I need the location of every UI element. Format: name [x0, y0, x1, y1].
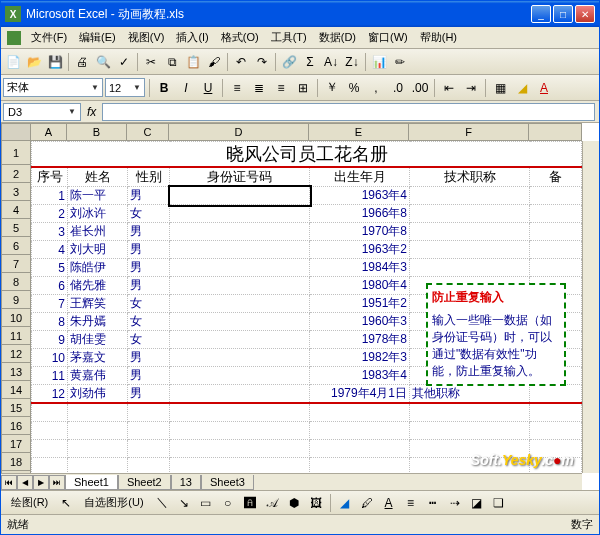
- row-header[interactable]: 16: [1, 417, 31, 435]
- fx-icon[interactable]: fx: [87, 105, 96, 119]
- cell[interactable]: 3: [32, 223, 68, 241]
- cell[interactable]: [32, 403, 68, 421]
- undo-icon[interactable]: ↶: [231, 52, 251, 72]
- print-icon[interactable]: 🖨: [72, 52, 92, 72]
- row-header[interactable]: 9: [1, 291, 31, 309]
- cell[interactable]: 11: [32, 367, 68, 385]
- menu-data[interactable]: 数据(D): [313, 28, 362, 47]
- row-header[interactable]: 1: [1, 141, 31, 165]
- menu-view[interactable]: 视图(V): [122, 28, 171, 47]
- cell[interactable]: 刘劲伟: [68, 385, 128, 404]
- fill-color-icon[interactable]: ◢: [512, 78, 532, 98]
- menu-file[interactable]: 文件(F): [25, 28, 73, 47]
- cell[interactable]: [68, 403, 128, 421]
- sheet-tab[interactable]: Sheet3: [201, 475, 254, 490]
- cell[interactable]: [530, 385, 582, 404]
- cell[interactable]: [530, 223, 582, 241]
- spell-icon[interactable]: ✓: [114, 52, 134, 72]
- cell[interactable]: [530, 259, 582, 277]
- cell[interactable]: 男: [128, 187, 170, 205]
- fillcolor2-icon[interactable]: ◢: [335, 493, 355, 513]
- menu-help[interactable]: 帮助(H): [414, 28, 463, 47]
- row-header[interactable]: 3: [1, 183, 31, 201]
- col-header[interactable]: B: [67, 123, 127, 141]
- align-center-icon[interactable]: ≣: [249, 78, 269, 98]
- sort-desc-icon[interactable]: Z↓: [342, 52, 362, 72]
- cell[interactable]: [170, 331, 310, 349]
- cell[interactable]: 1960年3: [310, 313, 410, 331]
- cell[interactable]: 陈皓伊: [68, 259, 128, 277]
- sort-asc-icon[interactable]: A↓: [321, 52, 341, 72]
- vertical-scrollbar[interactable]: [582, 141, 599, 473]
- 3d-icon[interactable]: ❏: [489, 493, 509, 513]
- row-header[interactable]: 2: [1, 165, 31, 183]
- minimize-button[interactable]: _: [531, 5, 551, 23]
- cell[interactable]: 6: [32, 277, 68, 295]
- cell[interactable]: 5: [32, 259, 68, 277]
- cell[interactable]: [68, 457, 128, 473]
- shadow-icon[interactable]: ◪: [467, 493, 487, 513]
- cell[interactable]: [170, 403, 310, 421]
- cell[interactable]: 身份证号码: [170, 167, 310, 187]
- cell[interactable]: [310, 421, 410, 439]
- cell[interactable]: 序号: [32, 167, 68, 187]
- cell[interactable]: [32, 421, 68, 439]
- row-header[interactable]: 7: [1, 255, 31, 273]
- percent-icon[interactable]: %: [344, 78, 364, 98]
- formula-input[interactable]: [102, 103, 595, 121]
- merge-icon[interactable]: ⊞: [293, 78, 313, 98]
- cell[interactable]: [530, 421, 582, 439]
- cell[interactable]: 1966年8: [310, 205, 410, 223]
- tab-first-icon[interactable]: ⏮: [1, 475, 17, 490]
- col-header[interactable]: D: [169, 123, 309, 141]
- cell[interactable]: [410, 205, 530, 223]
- cut-icon[interactable]: ✂: [141, 52, 161, 72]
- cell[interactable]: [530, 205, 582, 223]
- autoshape-menu[interactable]: 自选图形(U): [78, 493, 149, 512]
- dashstyle-icon[interactable]: ┅: [423, 493, 443, 513]
- wordart-icon[interactable]: 𝒜: [262, 493, 282, 513]
- cell[interactable]: [128, 439, 170, 457]
- dec-decimal-icon[interactable]: .00: [410, 78, 430, 98]
- align-left-icon[interactable]: ≡: [227, 78, 247, 98]
- name-box[interactable]: D3 ▼: [3, 103, 81, 121]
- select-icon[interactable]: ↖: [56, 493, 76, 513]
- cell[interactable]: 朱丹嫣: [68, 313, 128, 331]
- font-size-select[interactable]: 12 ▼: [105, 78, 145, 97]
- currency-icon[interactable]: ￥: [322, 78, 342, 98]
- cell[interactable]: 男: [128, 223, 170, 241]
- cell[interactable]: 刘大明: [68, 241, 128, 259]
- cell[interactable]: [68, 421, 128, 439]
- cell[interactable]: 晓风公司员工花名册: [32, 142, 582, 168]
- cell[interactable]: [170, 205, 310, 223]
- cell[interactable]: [128, 421, 170, 439]
- row-header[interactable]: 12: [1, 345, 31, 363]
- cell[interactable]: 10: [32, 349, 68, 367]
- clipart-icon[interactable]: 🖼: [306, 493, 326, 513]
- row-header[interactable]: 11: [1, 327, 31, 345]
- close-button[interactable]: ✕: [575, 5, 595, 23]
- new-icon[interactable]: 📄: [3, 52, 23, 72]
- cell[interactable]: [170, 277, 310, 295]
- arrowstyle-icon[interactable]: ⇢: [445, 493, 465, 513]
- copy-icon[interactable]: ⧉: [162, 52, 182, 72]
- tab-prev-icon[interactable]: ◀: [17, 475, 33, 490]
- menu-insert[interactable]: 插入(I): [170, 28, 214, 47]
- col-header[interactable]: [529, 123, 582, 141]
- cell[interactable]: 备: [530, 167, 582, 187]
- cell[interactable]: [170, 457, 310, 473]
- cell[interactable]: 男: [128, 349, 170, 367]
- row-header[interactable]: 5: [1, 219, 31, 237]
- redo-icon[interactable]: ↷: [252, 52, 272, 72]
- cell[interactable]: [410, 421, 530, 439]
- cell[interactable]: [530, 403, 582, 421]
- tab-last-icon[interactable]: ⏭: [49, 475, 65, 490]
- cell[interactable]: 其他职称: [410, 385, 530, 404]
- cell[interactable]: 男: [128, 241, 170, 259]
- sheet-tab[interactable]: 13: [171, 475, 201, 490]
- cell[interactable]: 4: [32, 241, 68, 259]
- align-right-icon[interactable]: ≡: [271, 78, 291, 98]
- row-header[interactable]: 18: [1, 453, 31, 471]
- menu-edit[interactable]: 编辑(E): [73, 28, 122, 47]
- col-header[interactable]: A: [31, 123, 67, 141]
